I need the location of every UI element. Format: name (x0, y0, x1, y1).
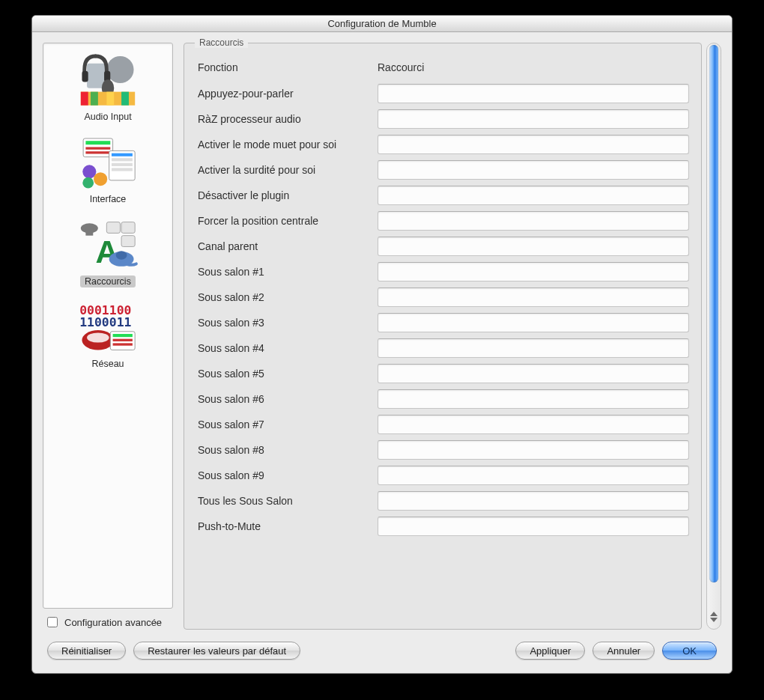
svg-rect-19 (112, 168, 133, 171)
shortcut-row: Sous salon #3 (195, 310, 692, 335)
svg-point-34 (87, 332, 109, 342)
reseau-icon: 0001100 1100011 (76, 299, 139, 355)
shortcut-input[interactable] (378, 313, 689, 332)
scrollbar-thumb[interactable] (709, 45, 718, 582)
svg-rect-38 (113, 343, 133, 345)
shortcut-row: Appuyez-pour-parler (195, 81, 692, 106)
sidebar-item-reseau[interactable]: 0001100 1100011 Réseau (46, 295, 169, 377)
shortcuts-groupbox: Raccourcis Fonction Raccourci Appuyez-po… (184, 43, 702, 630)
shortcut-input[interactable] (378, 135, 689, 154)
shortcut-input[interactable] (378, 415, 689, 434)
dialog-button-bar: Réinitialiser Restaurer les valeurs par … (32, 634, 732, 673)
shortcut-input[interactable] (378, 364, 689, 383)
shortcut-row: Sous salon #9 (195, 463, 692, 488)
svg-rect-12 (85, 141, 110, 144)
shortcut-input[interactable] (378, 491, 689, 511)
shortcut-function-label: Canal parent (198, 240, 372, 252)
shortcut-row: Sous salon #7 (195, 412, 692, 437)
shortcut-function-label: Sous salon #5 (198, 368, 372, 380)
shortcut-function-label: Sous salon #6 (198, 393, 372, 405)
audio-input-icon (76, 52, 139, 108)
shortcut-input[interactable] (378, 466, 689, 485)
svg-rect-14 (85, 151, 110, 153)
shortcut-row: Tous les Sous Salon (195, 488, 692, 514)
shortcut-input[interactable] (378, 517, 689, 536)
shortcut-input[interactable] (378, 160, 689, 180)
scrollbar-track[interactable] (709, 45, 719, 606)
shortcut-list: Appuyez-pour-parlerRàZ processeur audioA… (195, 81, 692, 539)
shortcut-row: RàZ processeur audio (195, 106, 692, 132)
shortcut-row: Push-to-Mute (195, 514, 692, 539)
shortcut-input[interactable] (378, 237, 689, 256)
shortcut-row: Activer le mode muet pour soi (195, 132, 692, 157)
shortcut-row: Sous salon #1 (195, 259, 692, 284)
ok-button[interactable]: OK (662, 642, 717, 660)
category-sidebar: Audio Input Interface A Raccourcis 00011 (43, 43, 173, 609)
shortcut-function-label: Activer la surdité pour soi (198, 164, 372, 176)
restore-defaults-button[interactable]: Restaurer les valeurs par défaut (133, 642, 300, 660)
shortcut-function-label: Appuyez-pour-parler (198, 88, 372, 100)
svg-rect-18 (112, 163, 133, 166)
header-function: Fonction (198, 61, 378, 73)
svg-point-30 (116, 251, 127, 260)
window-titlebar[interactable]: Configuration de Mumble (32, 16, 732, 32)
shortcut-row: Sous salon #6 (195, 386, 692, 412)
svg-rect-7 (81, 92, 88, 106)
shortcut-input[interactable] (378, 109, 689, 129)
reset-button[interactable]: Réinitialiser (47, 642, 126, 660)
shortcut-function-label: Forcer la position centrale (198, 215, 372, 227)
shortcut-input[interactable] (378, 211, 689, 231)
shortcut-function-label: Activer le mode muet pour soi (198, 139, 372, 150)
shortcut-function-label: Désactiver le plugin (198, 189, 372, 201)
cancel-button[interactable]: Annuler (592, 642, 655, 660)
sidebar-item-raccourcis[interactable]: A Raccourcis (46, 213, 169, 295)
raccourcis-icon: A (76, 217, 139, 273)
sidebar-item-label: Audio Input (79, 111, 136, 123)
advanced-config-checkbox-row[interactable]: Configuration avancée (43, 615, 173, 630)
vertical-scrollbar[interactable] (706, 43, 721, 630)
shortcut-row: Activer la surdité pour soi (195, 157, 692, 183)
header-shortcut: Raccourci (378, 61, 689, 73)
svg-rect-17 (112, 158, 133, 161)
svg-rect-27 (85, 228, 93, 236)
shortcut-row: Forcer la position centrale (195, 208, 692, 234)
sidebar-item-label: Raccourcis (80, 276, 136, 287)
shortcut-input[interactable] (378, 262, 689, 281)
shortcut-input[interactable] (378, 389, 689, 409)
sidebar-item-audio-input[interactable]: Audio Input (46, 48, 169, 130)
shortcut-input[interactable] (378, 186, 689, 205)
svg-rect-8 (91, 92, 98, 106)
shortcut-function-label: Tous les Sous Salon (198, 495, 372, 507)
svg-text:1100011: 1100011 (79, 315, 131, 329)
shortcut-function-label: Sous salon #1 (198, 266, 372, 278)
window-title: Configuration de Mumble (327, 18, 436, 29)
svg-rect-16 (112, 153, 133, 156)
shortcut-input[interactable] (378, 338, 689, 358)
shortcut-row: Sous salon #2 (195, 284, 692, 310)
shortcut-function-label: Sous salon #9 (198, 469, 372, 481)
svg-point-20 (82, 165, 96, 178)
shortcut-function-label: Sous salon #3 (198, 317, 372, 329)
sidebar-item-label: Interface (85, 193, 131, 205)
shortcut-input[interactable] (378, 440, 689, 460)
shortcut-function-label: Sous salon #2 (198, 291, 372, 303)
shortcut-row: Désactiver le plugin (195, 183, 692, 208)
apply-button[interactable]: Appliquer (515, 642, 585, 660)
shortcut-input[interactable] (378, 287, 689, 307)
scroll-down-arrow-icon[interactable] (710, 618, 718, 622)
shortcut-input[interactable] (378, 84, 689, 103)
shortcut-function-label: Sous salon #7 (198, 419, 372, 430)
svg-rect-9 (106, 92, 114, 106)
sidebar-item-label: Réseau (87, 358, 128, 370)
shortcut-function-label: Sous salon #8 (198, 444, 372, 456)
svg-rect-10 (121, 92, 129, 106)
shortcut-function-label: RàZ processeur audio (198, 113, 372, 125)
shortcut-table-header: Fonction Raccourci (195, 57, 692, 81)
advanced-config-checkbox[interactable] (47, 617, 58, 627)
shortcut-function-label: Push-to-Mute (198, 520, 372, 532)
sidebar-item-interface[interactable]: Interface (46, 130, 169, 213)
scroll-up-arrow-icon[interactable] (710, 612, 718, 616)
svg-rect-24 (121, 222, 135, 234)
svg-rect-2 (82, 71, 88, 82)
shortcut-row: Sous salon #4 (195, 335, 692, 361)
